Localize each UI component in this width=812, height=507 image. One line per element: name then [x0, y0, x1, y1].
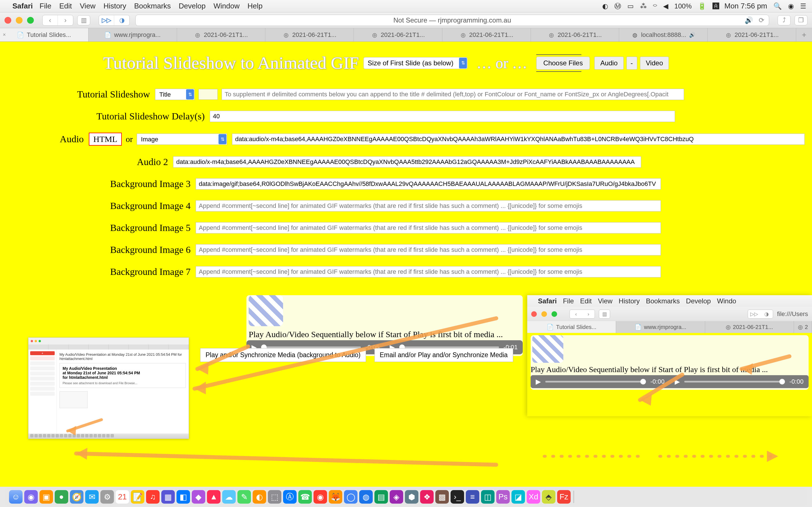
app-icon[interactable]: ◉ — [313, 490, 327, 504]
menu-item[interactable]: File — [563, 297, 574, 305]
app-icon[interactable]: ⚙ — [100, 490, 114, 504]
minimize-icon[interactable] — [541, 311, 547, 317]
title-input[interactable] — [221, 89, 684, 100]
forward-icon[interactable]: › — [582, 310, 595, 318]
back-icon[interactable]: ‹ — [570, 310, 582, 318]
bluetooth-icon[interactable]: ⁂ — [640, 2, 647, 10]
title-select[interactable]: Title — [155, 89, 195, 100]
app-icon[interactable]: ✎ — [238, 490, 251, 504]
app-icon[interactable]: ⬘ — [542, 490, 555, 504]
track-slider[interactable] — [684, 381, 785, 383]
menu-item[interactable]: Bookmarks — [646, 297, 680, 305]
app-icon[interactable]: ⬢ — [405, 490, 418, 504]
share-icon[interactable]: ⤴ — [777, 15, 791, 25]
menu-item[interactable]: Windo — [717, 297, 736, 305]
bg6-input[interactable] — [196, 244, 661, 256]
sound-icon[interactable]: 🔊 — [689, 32, 695, 38]
image-select[interactable]: Image — [137, 133, 227, 145]
reload-icon[interactable]: ⟳ — [759, 16, 764, 24]
tab-5[interactable]: ◎2021-06-21T1... — [442, 28, 531, 41]
bg5-input[interactable] — [196, 222, 661, 233]
screen-icon[interactable]: ▭ — [627, 2, 634, 10]
menu-edit[interactable]: Edit — [59, 2, 72, 10]
menu-window[interactable]: Window — [213, 2, 239, 10]
app-icon[interactable]: ❖ — [420, 490, 434, 504]
siri-icon[interactable]: ◉ — [788, 2, 794, 10]
tab-2[interactable]: ◎2021-06-21T1... — [177, 28, 266, 41]
menu-item[interactable]: Edit — [580, 297, 592, 305]
nested-tab[interactable]: ◎2 — [794, 321, 812, 333]
menu-item[interactable]: View — [598, 297, 613, 305]
spotlight-icon[interactable]: 🔍 — [773, 2, 782, 10]
new-tab-button[interactable]: + — [796, 28, 812, 41]
status-icon[interactable]: ◐ — [602, 2, 608, 10]
siri-icon[interactable]: ◉ — [24, 490, 38, 504]
xd-icon[interactable]: Xd — [527, 490, 540, 504]
app-icon[interactable]: ◐ — [253, 490, 266, 504]
app-icon[interactable]: ◍ — [359, 490, 373, 504]
menu-item[interactable]: History — [619, 297, 640, 305]
app-icon[interactable]: ◆ — [192, 490, 205, 504]
lang-icon[interactable]: 🅰 — [712, 2, 719, 10]
nested-tab[interactable]: 📄www.rjmprogra... — [616, 321, 705, 333]
calendar-icon[interactable]: 21 — [116, 490, 129, 504]
app-icon[interactable]: ◪ — [511, 490, 525, 504]
sidebar-icon[interactable]: ▥ — [77, 15, 90, 25]
app-icon[interactable]: ▲ — [207, 490, 220, 504]
app-icon[interactable]: ● — [55, 490, 68, 504]
nested-url[interactable]: file:///Users — [777, 311, 808, 318]
tab-0[interactable]: × 📄 Tutorial Slides... — [0, 28, 89, 41]
close-icon[interactable] — [4, 17, 11, 24]
audio2-input[interactable] — [173, 156, 641, 168]
skip-icon[interactable]: ▷▷ — [748, 310, 760, 318]
tabs-icon[interactable]: ❒ — [795, 15, 808, 25]
delay-input[interactable] — [210, 111, 675, 122]
close-icon[interactable] — [531, 311, 537, 317]
menu-history[interactable]: History — [103, 2, 126, 10]
shield-icon[interactable]: ◑ — [760, 310, 773, 318]
menu-develop[interactable]: Develop — [179, 2, 206, 10]
html-chip[interactable]: HTML — [89, 133, 122, 146]
play-icon[interactable]: ▶ — [536, 378, 541, 386]
color-swatch[interactable] — [199, 89, 218, 100]
app-icon[interactable]: ▤ — [374, 490, 388, 504]
app-icon[interactable]: ▣ — [40, 490, 53, 504]
finder-icon[interactable]: ☺ — [9, 490, 22, 504]
chrome-icon[interactable]: ◯ — [344, 490, 357, 504]
slider-knob[interactable] — [640, 379, 646, 385]
bg3-input[interactable] — [196, 178, 661, 189]
app-icon[interactable]: ≡ — [466, 490, 479, 504]
mail-icon[interactable]: ✉ — [85, 490, 99, 504]
nested-tab[interactable]: ◎2021-06-21T1... — [705, 321, 794, 333]
app-icon[interactable]: ☎ — [298, 490, 312, 504]
notes-icon[interactable]: 📝 — [131, 490, 144, 504]
back-icon[interactable]: ‹ — [43, 15, 58, 25]
tab-4[interactable]: ◎2021-06-21T1... — [354, 28, 442, 41]
menubar-app[interactable]: Safari — [12, 2, 33, 10]
app-icon[interactable]: ◧ — [176, 490, 190, 504]
tab-3[interactable]: ◎2021-06-21T1... — [265, 28, 354, 41]
minimize-icon[interactable] — [16, 17, 22, 24]
minus-button[interactable]: - — [626, 57, 637, 69]
app-icon[interactable]: ▩ — [435, 490, 449, 504]
app-icon[interactable]: Fz — [557, 490, 571, 504]
app-icon[interactable]: ▦ — [161, 490, 175, 504]
firefox-icon[interactable]: 🦊 — [329, 490, 342, 504]
shield-icon[interactable]: ◑ — [114, 15, 130, 25]
close-tab-icon[interactable]: × — [3, 32, 6, 38]
menu-help[interactable]: Help — [248, 2, 262, 10]
app-icon[interactable]: ☁ — [222, 490, 236, 504]
tab-1[interactable]: 📄www.rjmprogra... — [89, 28, 177, 41]
status-icon[interactable]: Ⓜ — [614, 2, 621, 11]
appstore-icon[interactable]: Ⓐ — [283, 490, 297, 504]
video-button[interactable]: Video — [640, 57, 669, 69]
safari-icon[interactable]: 🧭 — [70, 490, 84, 504]
maximize-icon[interactable] — [27, 17, 34, 24]
menu-bookmarks[interactable]: Bookmarks — [134, 2, 171, 10]
tab-6[interactable]: ◎2021-06-21T1... — [531, 28, 619, 41]
track-slider[interactable] — [545, 381, 646, 383]
menu-view[interactable]: View — [80, 2, 96, 10]
app-icon[interactable]: ◫ — [481, 490, 495, 504]
app-name[interactable]: Safari — [538, 297, 557, 305]
app-icon[interactable]: ◈ — [390, 490, 403, 504]
